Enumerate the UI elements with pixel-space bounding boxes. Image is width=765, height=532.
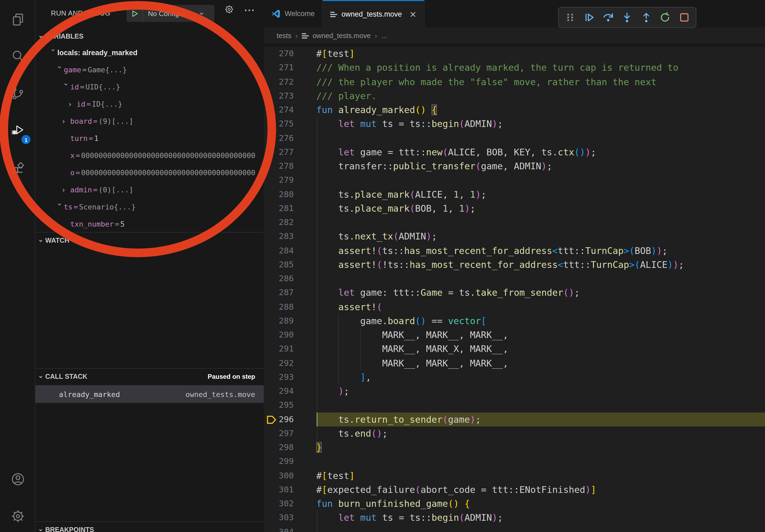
chevron-right-icon[interactable]: › bbox=[62, 118, 70, 125]
sidebar-header: RUN AND DEBUG No Configur › ··· bbox=[35, 0, 264, 27]
search-icon[interactable] bbox=[0, 39, 35, 73]
drag-handle-icon[interactable] bbox=[562, 9, 578, 25]
scope-label: locals: already_marked bbox=[57, 49, 138, 57]
code-line[interactable]: 302fun burn_unfinished_game() { bbox=[264, 497, 765, 511]
chevron-down-icon[interactable]: › bbox=[56, 66, 63, 74]
extensions-icon[interactable] bbox=[0, 150, 35, 184]
variable-row[interactable]: x=00000000000000000000000000000000000000… bbox=[35, 147, 264, 164]
code-line[interactable]: 270#[test] bbox=[264, 47, 765, 61]
chevron-right-icon[interactable]: › bbox=[69, 101, 77, 108]
tab-owned-tests-move[interactable]: owned_tests.move × bbox=[323, 0, 424, 27]
code-line[interactable]: 283 ts.next_tx(ADMIN); bbox=[264, 230, 765, 244]
code-line[interactable]: 280 ts.place_mark(ALICE, 1, 1); bbox=[264, 187, 765, 201]
start-debugging-icon[interactable] bbox=[127, 9, 143, 17]
code-token: next_tx bbox=[355, 231, 393, 242]
code-line[interactable]: 290 MARK__, MARK__, MARK__, bbox=[264, 328, 765, 342]
breakpoints-section-header[interactable]: › BREAKPOINTS bbox=[35, 522, 264, 532]
code-line[interactable]: 278 transfer::public_transfer(game, ADMI… bbox=[264, 159, 765, 173]
more-actions-icon[interactable]: ··· bbox=[245, 5, 255, 16]
step-out-icon[interactable] bbox=[638, 9, 654, 25]
code-line[interactable]: 273/// player. bbox=[264, 89, 765, 103]
variable-row[interactable]: ›game=Game{...} bbox=[35, 61, 264, 78]
indent-guide bbox=[317, 159, 317, 173]
variable-value: UID{...} bbox=[86, 83, 120, 91]
code-line[interactable]: 288 assert!( bbox=[264, 300, 765, 314]
variable-row[interactable]: ›board=(9)[...] bbox=[35, 113, 264, 130]
move-file-icon bbox=[330, 10, 337, 18]
code-token bbox=[333, 105, 338, 115]
code-line[interactable]: 287 let game: ttt::Game = ts.take_from_s… bbox=[264, 286, 765, 300]
debug-gear-icon[interactable] bbox=[224, 4, 234, 17]
continue-icon[interactable] bbox=[581, 9, 597, 25]
variable-row[interactable]: txn_number=5 bbox=[35, 215, 264, 232]
code-line[interactable]: 291 MARK__, MARK_X, MARK__, bbox=[264, 342, 765, 356]
code-line[interactable]: 285 assert!(!ts::has_most_recent_for_add… bbox=[264, 258, 765, 272]
variable-row[interactable]: ›admin=(0)[...] bbox=[35, 181, 264, 198]
code-token bbox=[316, 245, 338, 256]
code-editor[interactable]: 270#[test]271/// When a position is alre… bbox=[264, 44, 765, 532]
code-token: 1 bbox=[453, 189, 459, 199]
call-stack-section-header[interactable]: › CALL STACK Paused on step bbox=[35, 369, 264, 385]
code-line[interactable]: 277 let game = ttt::new(ALICE, BOB, KEY,… bbox=[264, 145, 765, 159]
breadcrumb-ellipsis[interactable]: ... bbox=[381, 32, 387, 40]
code-token: TurnCap bbox=[585, 245, 623, 256]
close-icon[interactable]: × bbox=[409, 9, 416, 19]
code-token: # bbox=[316, 48, 322, 59]
breadcrumb-file[interactable]: owned_tests.move bbox=[313, 32, 371, 40]
variable-row[interactable]: ›ts=Scenario{...} bbox=[35, 198, 264, 215]
code-line[interactable]: 296 ts.return_to_sender(game); bbox=[264, 412, 765, 426]
code-line[interactable]: 292 MARK__, MARK__, MARK__, bbox=[264, 356, 765, 370]
code-line[interactable]: 294 ); bbox=[264, 384, 765, 398]
settings-gear-icon[interactable] bbox=[0, 499, 35, 532]
variable-scope-row[interactable]: ›locals: already_marked bbox=[35, 44, 264, 61]
code-line[interactable]: 275 let mut ts = ts::begin(ADMIN); bbox=[264, 117, 765, 131]
files-icon[interactable] bbox=[0, 2, 35, 36]
code-content: } bbox=[316, 440, 765, 454]
tab-welcome[interactable]: Welcome bbox=[264, 0, 323, 27]
code-line[interactable]: 276 bbox=[264, 131, 765, 145]
code-line[interactable]: 282 bbox=[264, 215, 765, 230]
code-line[interactable]: 284 assert!(ts::has_most_recent_for_addr… bbox=[264, 243, 765, 258]
code-line[interactable]: 293 ], bbox=[264, 370, 765, 385]
chevron-down-icon[interactable]: › bbox=[50, 49, 57, 57]
variable-row[interactable]: ›id=UID{...} bbox=[35, 78, 264, 95]
code-line[interactable]: 298} bbox=[264, 440, 765, 454]
code-line[interactable]: 301#[expected_failure(abort_code = ttt::… bbox=[264, 483, 765, 497]
variable-row[interactable]: turn=1 bbox=[35, 130, 264, 147]
line-number: 278 bbox=[278, 159, 294, 173]
debug-config-dropdown[interactable]: No Configur › bbox=[127, 5, 215, 22]
code-line[interactable]: 281 ts.place_mark(BOB, 1, 1); bbox=[264, 201, 765, 216]
chevron-right-icon[interactable]: › bbox=[62, 186, 70, 193]
watch-section-header[interactable]: › WATCH bbox=[35, 232, 264, 249]
section-title: VARIABLES bbox=[45, 33, 84, 40]
code-line[interactable]: 279 bbox=[264, 173, 765, 187]
account-icon[interactable] bbox=[0, 462, 35, 496]
step-into-icon[interactable] bbox=[619, 9, 635, 25]
code-line[interactable]: 289 game.board() == vector[ bbox=[264, 314, 765, 328]
code-line[interactable]: 297 ts.end(); bbox=[264, 426, 765, 441]
call-stack-frame[interactable]: already_markedowned_tests.move bbox=[35, 385, 264, 403]
code-line[interactable]: 272/// the player who made the "false" m… bbox=[264, 75, 765, 89]
code-line[interactable]: 300#[test] bbox=[264, 468, 765, 483]
code-line[interactable]: 303 let mut ts = ts::begin(ADMIN); bbox=[264, 511, 765, 525]
chevron-down-icon[interactable]: › bbox=[56, 203, 63, 211]
code-line[interactable]: 295 bbox=[264, 398, 765, 412]
code-line[interactable]: 286 bbox=[264, 272, 765, 286]
code-line[interactable]: 299 bbox=[264, 454, 765, 469]
code-token: { bbox=[431, 105, 437, 115]
step-over-icon[interactable] bbox=[600, 9, 616, 25]
stop-icon[interactable] bbox=[676, 9, 692, 25]
code-line[interactable]: 274fun already_marked() { bbox=[264, 103, 765, 117]
code-line[interactable]: 271/// When a position is already marked… bbox=[264, 61, 765, 75]
run-debug-icon[interactable]: 1 bbox=[0, 113, 35, 147]
restart-icon[interactable] bbox=[657, 9, 673, 25]
code-token: () bbox=[415, 316, 426, 326]
chevron-down-icon[interactable]: › bbox=[63, 83, 70, 91]
variables-section-header[interactable]: › VARIABLES bbox=[35, 28, 264, 45]
source-control-icon[interactable] bbox=[0, 76, 35, 111]
line-number: 302 bbox=[278, 497, 294, 511]
code-line[interactable]: 304 bbox=[264, 525, 765, 532]
variable-row[interactable]: ›id=ID{...} bbox=[35, 95, 264, 113]
breadcrumb-tests[interactable]: tests bbox=[277, 32, 291, 40]
variable-row[interactable]: o=00000000000000000000000000000000000000… bbox=[35, 164, 264, 181]
